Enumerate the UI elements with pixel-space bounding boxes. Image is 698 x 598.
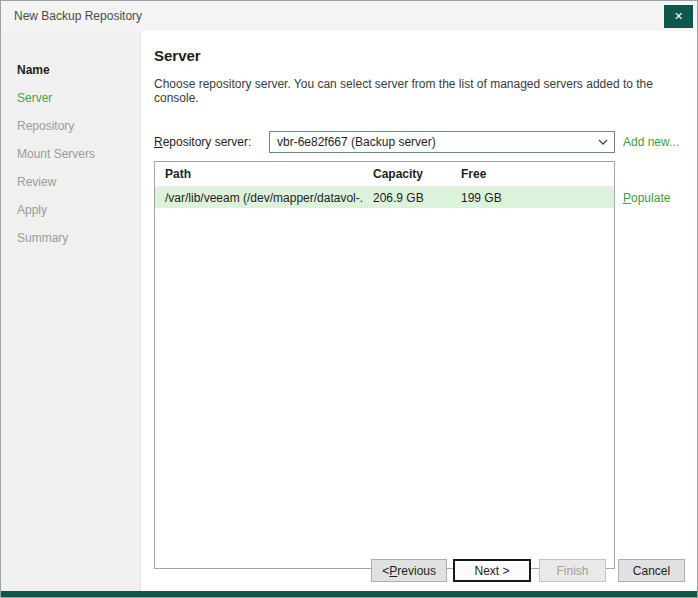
repository-server-label: Repository server: — [154, 135, 269, 149]
previous-button[interactable]: < Previous — [371, 559, 447, 582]
repository-server-value: vbr-6e82f667 (Backup server) — [277, 135, 596, 149]
repository-server-select[interactable]: vbr-6e82f667 (Backup server) — [269, 131, 615, 153]
wizard-footer: < Previous Next > Finish Cancel — [371, 559, 685, 582]
finish-button: Finish — [539, 559, 606, 582]
repository-server-row: Repository server: vbr-6e82f667 (Backup … — [154, 131, 615, 153]
sidebar-item-apply: Apply — [1, 196, 140, 224]
dialog-body: Name Server Repository Mount Servers Rev… — [1, 31, 697, 593]
window-title: New Backup Repository — [14, 9, 142, 23]
sidebar-item-name: Name — [1, 56, 140, 84]
column-header-path[interactable]: Path — [155, 162, 363, 187]
content-grid: Repository server: vbr-6e82f667 (Backup … — [154, 131, 685, 569]
bottom-accent-bar — [1, 591, 697, 597]
sidebar-item-repository: Repository — [1, 112, 140, 140]
column-header-capacity[interactable]: Capacity — [363, 162, 451, 187]
page-description: Choose repository server. You can select… — [154, 77, 685, 105]
column-header-free[interactable]: Free — [451, 162, 614, 187]
cancel-button[interactable]: Cancel — [618, 559, 685, 582]
add-new-link[interactable]: Add new... — [623, 135, 685, 149]
cell-path: /var/lib/veeam (/dev/mapper/datavol-... — [155, 187, 363, 208]
table-header: Path Capacity Free — [155, 162, 614, 187]
next-button[interactable]: Next > — [453, 559, 531, 582]
cell-capacity: 206.9 GB — [363, 187, 451, 208]
close-icon[interactable]: ✕ — [664, 5, 693, 28]
populate-link[interactable]: Populate — [623, 191, 685, 205]
chevron-down-icon[interactable] — [596, 139, 610, 145]
sidebar-item-review: Review — [1, 168, 140, 196]
table-side-rail: Populate — [623, 161, 685, 569]
wizard-steps-sidebar: Name Server Repository Mount Servers Rev… — [1, 31, 141, 593]
sidebar-item-server: Server — [1, 84, 140, 112]
cell-free: 199 GB — [451, 187, 614, 208]
table-row[interactable]: /var/lib/veeam (/dev/mapper/datavol-... … — [155, 187, 614, 208]
repository-paths-table: Path Capacity Free /var/lib/veeam (/dev/… — [154, 161, 615, 569]
page-title: Server — [154, 48, 685, 64]
titlebar: New Backup Repository — [1, 1, 697, 31]
new-backup-repository-dialog: New Backup Repository ✕ Name Server Repo… — [0, 0, 698, 598]
main-panel: Server Choose repository server. You can… — [141, 31, 697, 593]
sidebar-item-summary: Summary — [1, 224, 140, 252]
sidebar-item-mount-servers: Mount Servers — [1, 140, 140, 168]
